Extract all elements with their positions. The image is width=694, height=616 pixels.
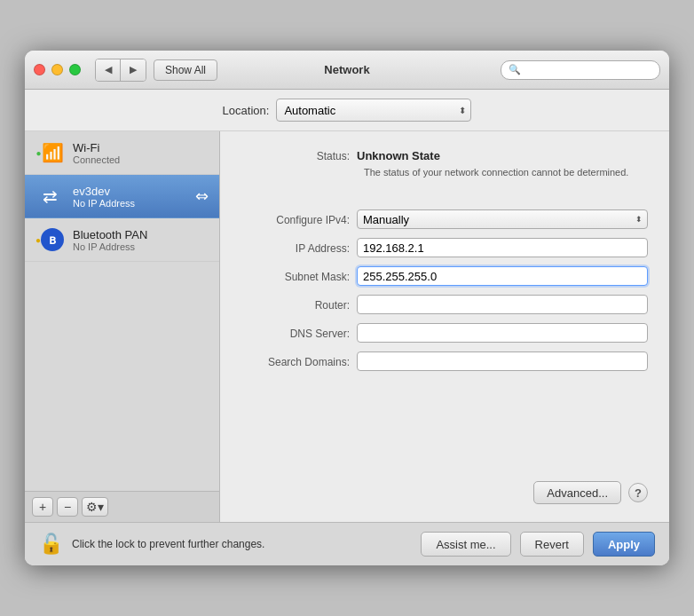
dns-server-label: DNS Server: <box>241 327 357 340</box>
status-value: Unknown State <box>357 149 440 162</box>
location-select-wrapper: Automatic Edit Locations... ⬍ <box>276 99 471 122</box>
sidebar-item-bluetooth-pan[interactable]: ● ʙ Bluetooth PAN No IP Address <box>25 218 219 262</box>
sidebar: ● 📶 Wi-Fi Connected ⇄ ev3dev No IP <box>25 131 220 522</box>
sidebar-bt-name: Bluetooth PAN <box>73 228 209 241</box>
add-network-button[interactable]: + <box>32 497 53 517</box>
maximize-button[interactable] <box>69 64 81 75</box>
router-label: Router: <box>241 298 357 312</box>
advanced-row: Advanced... ? <box>241 481 648 504</box>
search-icon: 🔍 <box>509 64 521 75</box>
sidebar-footer: + − ⚙▾ <box>25 491 219 522</box>
subnet-mask-row: Subnet Mask: <box>241 266 648 286</box>
assist-me-button[interactable]: Assist me... <box>421 532 510 557</box>
main-content: ● 📶 Wi-Fi Connected ⇄ ev3dev No IP <box>25 131 669 522</box>
dns-server-row: DNS Server: <box>241 323 648 343</box>
help-button[interactable]: ? <box>628 483 648 502</box>
wifi-signal-icon: 📶 <box>42 142 64 163</box>
sidebar-ev3dev-status: No IP Address <box>73 198 186 209</box>
advanced-button[interactable]: Advanced... <box>533 481 621 504</box>
nav-buttons: ◀ ▶ <box>95 59 146 82</box>
router-row: Router: <box>241 295 648 314</box>
bottom-bar: 🔓 Click the lock to prevent further chan… <box>25 522 669 565</box>
sidebar-ev3dev-name: ev3dev <box>73 185 186 198</box>
subnet-mask-input[interactable] <box>357 266 648 286</box>
location-select[interactable]: Automatic Edit Locations... <box>276 99 471 122</box>
configure-ipv4-select[interactable]: Manually Using DHCP Using DHCP with manu… <box>357 209 648 229</box>
status-description: The status of your network connection ca… <box>364 166 648 179</box>
apply-button[interactable]: Apply <box>593 532 655 557</box>
configure-ipv4-row: Configure IPv4: Manually Using DHCP Usin… <box>241 209 648 229</box>
window-title: Network <box>324 63 369 76</box>
ip-address-row: IP Address: <box>241 238 648 257</box>
minimize-button[interactable] <box>51 64 63 75</box>
sidebar-item-ev3dev[interactable]: ⇄ ev3dev No IP Address ⇔ <box>25 175 219 218</box>
sidebar-wifi-name: Wi-Fi <box>73 141 209 154</box>
eth-icon: ⇄ <box>35 182 64 210</box>
gear-icon: ⚙▾ <box>86 500 104 514</box>
bluetooth-icon: ʙ <box>41 228 64 251</box>
sidebar-ev3dev-text: ev3dev No IP Address <box>73 185 186 209</box>
dns-server-input[interactable] <box>357 323 648 343</box>
sidebar-wifi-status: Connected <box>73 154 209 165</box>
network-settings-button[interactable]: ⚙▾ <box>82 497 108 517</box>
location-bar: Location: Automatic Edit Locations... ⬍ <box>25 90 669 131</box>
nav-search: ◀ ▶ Show All <box>95 59 217 82</box>
status-section: Status: Unknown State The status of your… <box>241 149 648 193</box>
status-label: Status: <box>241 149 357 162</box>
wifi-icon: ● 📶 <box>35 138 64 167</box>
subnet-mask-label: Subnet Mask: <box>241 270 357 283</box>
sidebar-list: ● 📶 Wi-Fi Connected ⇄ ev3dev No IP <box>25 131 219 491</box>
titlebar: ◀ ▶ Show All Network 🔍 <box>25 51 669 90</box>
configure-ipv4-select-wrapper: Manually Using DHCP Using DHCP with manu… <box>357 209 648 229</box>
bluetooth-icon-wrapper: ● ʙ <box>35 225 64 254</box>
search-domains-row: Search Domains: <box>241 351 648 371</box>
sidebar-bt-text: Bluetooth PAN No IP Address <box>73 228 209 252</box>
status-row: Status: Unknown State <box>241 149 648 162</box>
sidebar-bt-status: No IP Address <box>73 241 209 252</box>
sidebar-wifi-text: Wi-Fi Connected <box>73 141 209 165</box>
close-button[interactable] <box>34 64 45 75</box>
show-all-button[interactable]: Show All <box>154 59 217 81</box>
forward-button[interactable]: ▶ <box>121 59 146 81</box>
configure-ipv4-label: Configure IPv4: <box>241 213 357 226</box>
network-window: ◀ ▶ Show All Network 🔍 Location: Automat… <box>25 51 669 565</box>
search-domains-input[interactable] <box>357 351 648 371</box>
search-box[interactable]: 🔍 <box>501 60 660 80</box>
router-input[interactable] <box>357 295 648 314</box>
location-label: Location: <box>223 104 270 117</box>
sidebar-item-wifi[interactable]: ● 📶 Wi-Fi Connected <box>25 131 219 175</box>
ip-address-input[interactable] <box>357 238 648 257</box>
detail-panel: Status: Unknown State The status of your… <box>220 131 669 522</box>
search-domains-label: Search Domains: <box>241 355 357 368</box>
ip-address-label: IP Address: <box>241 241 357 255</box>
ev3dev-badge-icon: ⇔ <box>195 186 209 206</box>
revert-button[interactable]: Revert <box>520 532 584 557</box>
lock-icon[interactable]: 🔓 <box>39 533 63 556</box>
lock-text: Click the lock to prevent further change… <box>72 538 412 550</box>
traffic-lights <box>34 64 81 75</box>
back-button[interactable]: ◀ <box>96 59 121 81</box>
remove-network-button[interactable]: − <box>57 497 78 517</box>
